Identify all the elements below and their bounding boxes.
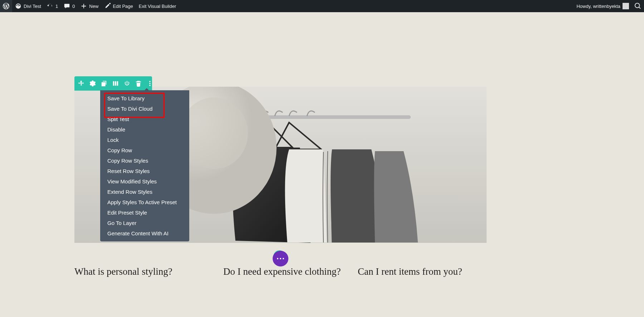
dots-icon bbox=[276, 258, 285, 259]
dd-copy-row-styles[interactable]: Copy Row Styles bbox=[100, 155, 189, 166]
dd-lock[interactable]: Lock bbox=[100, 135, 189, 145]
dd-save-to-library[interactable]: Save To Library bbox=[100, 93, 189, 104]
new-label: New bbox=[89, 4, 98, 9]
builder-fab-button[interactable] bbox=[273, 251, 288, 266]
edit-page[interactable]: Edit Page bbox=[101, 0, 136, 12]
comments[interactable]: 0 bbox=[61, 0, 78, 12]
dd-generate-content-ai[interactable]: Generate Content With AI bbox=[100, 228, 189, 239]
exit-vb-label: Exit Visual Builder bbox=[139, 4, 176, 9]
site-title-label: Divi Test bbox=[24, 4, 41, 9]
comment-icon bbox=[64, 3, 70, 9]
wp-logo[interactable] bbox=[0, 0, 12, 12]
settings-icon[interactable] bbox=[89, 80, 96, 87]
wordpress-icon bbox=[3, 3, 9, 9]
dd-reset-row-styles[interactable]: Reset Row Styles bbox=[100, 166, 189, 176]
col2-heading: Do I need expensive clothing? bbox=[223, 266, 345, 278]
wp-admin-bar: Divi Test 1 0 New Edit Page Exit Visual … bbox=[0, 0, 644, 12]
row-toolbar bbox=[74, 76, 152, 91]
my-account[interactable]: Howdy, writtenbyekta bbox=[574, 0, 632, 12]
dd-split-test[interactable]: Split Test bbox=[100, 114, 189, 124]
dd-save-to-divi-cloud[interactable]: Save To Divi Cloud bbox=[100, 104, 189, 114]
updates[interactable]: 1 bbox=[44, 0, 61, 12]
svg-point-5 bbox=[149, 81, 151, 82]
dd-go-to-layer[interactable]: Go To Layer bbox=[100, 218, 189, 228]
delete-icon[interactable] bbox=[135, 80, 142, 87]
builder-fab bbox=[273, 250, 288, 265]
search-icon bbox=[635, 3, 641, 9]
page-canvas: Save To Library Save To Divi Cloud Split… bbox=[0, 12, 644, 317]
columns-headings: What is personal styling? Do I need expe… bbox=[74, 266, 487, 278]
howdy-label: Howdy, writtenbyekta bbox=[576, 4, 620, 9]
dd-view-modified-styles[interactable]: View Modified Styles bbox=[100, 176, 189, 187]
duplicate-icon[interactable] bbox=[101, 80, 107, 87]
dd-disable[interactable]: Disable bbox=[100, 124, 189, 135]
svg-point-7 bbox=[149, 85, 151, 86]
dd-extend-row-styles[interactable]: Extend Row Styles bbox=[100, 187, 189, 197]
pencil-icon bbox=[104, 3, 111, 9]
row-more-dropdown: Save To Library Save To Divi Cloud Split… bbox=[100, 90, 189, 241]
site-name[interactable]: Divi Test bbox=[12, 0, 44, 12]
edit-page-label: Edit Page bbox=[113, 4, 133, 9]
comment-count-label: 0 bbox=[72, 4, 75, 9]
move-icon[interactable] bbox=[78, 80, 84, 87]
search-button[interactable] bbox=[632, 0, 644, 12]
plus-icon bbox=[80, 3, 87, 9]
refresh-icon bbox=[47, 3, 53, 9]
exit-visual-builder[interactable]: Exit Visual Builder bbox=[136, 0, 179, 12]
col3-heading: Can I rent items from you? bbox=[358, 266, 487, 278]
dd-copy-row[interactable]: Copy Row bbox=[100, 145, 189, 155]
update-count-label: 1 bbox=[55, 4, 58, 9]
new-content[interactable]: New bbox=[78, 0, 101, 12]
col1-heading: What is personal styling? bbox=[74, 266, 203, 278]
dd-edit-preset-style[interactable]: Edit Preset Style bbox=[100, 207, 189, 218]
power-icon[interactable] bbox=[124, 80, 130, 87]
more-icon[interactable] bbox=[147, 80, 153, 87]
user-avatar bbox=[623, 3, 629, 9]
svg-point-6 bbox=[149, 83, 151, 84]
columns-icon[interactable] bbox=[112, 80, 119, 87]
dd-apply-styles-preset[interactable]: Apply Styles To Active Preset bbox=[100, 197, 189, 207]
dashboard-icon bbox=[15, 3, 21, 9]
